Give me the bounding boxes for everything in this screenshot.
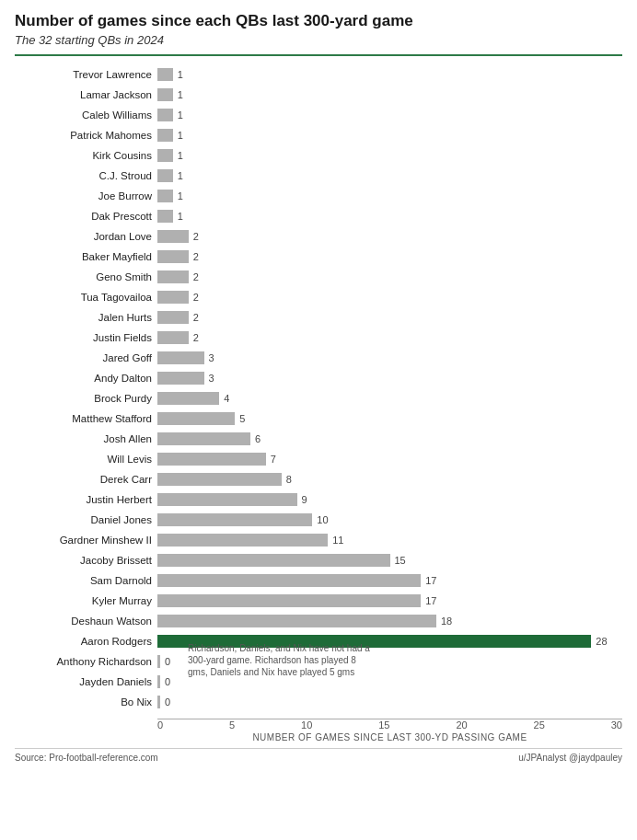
bar-fill <box>157 311 189 324</box>
bar-row: Tua Tagovailoa2 <box>15 288 622 306</box>
bar-label: Jared Goff <box>15 352 157 363</box>
bar-label: Justin Fields <box>15 332 157 343</box>
bar-row: Deshaun Watson18 <box>15 612 622 630</box>
bar-fill <box>157 534 328 547</box>
bar-row: Bo Nix0 <box>15 693 622 711</box>
bar-track: 1 <box>157 68 622 81</box>
bar-value-label: 1 <box>178 211 183 222</box>
bar-value-label: 1 <box>178 69 183 80</box>
bar-row: Gardner Minshew II11 <box>15 531 622 549</box>
bar-track: 2 <box>157 331 622 344</box>
bar-row: Baker Mayfield2 <box>15 247 622 266</box>
bar-track: 2 <box>157 230 622 243</box>
bar-row: Trevor Lawrence1 <box>15 65 622 84</box>
bar-row: Matthew Stafford5 <box>15 409 622 428</box>
bar-fill <box>157 109 173 121</box>
bar-label: Gardner Minshew II <box>15 535 157 546</box>
bar-label: Jacoby Brissett <box>15 555 157 566</box>
bar-value-label: 8 <box>286 474 292 485</box>
bar-fill <box>157 493 297 506</box>
bar-fill <box>157 169 173 182</box>
bar-fill <box>157 554 390 567</box>
bar-track: 2 <box>157 270 622 283</box>
bar-track: 3 <box>157 351 622 364</box>
bar-fill <box>157 88 173 101</box>
bar-row: Dak Prescott1 <box>15 207 622 225</box>
bar-label: Aaron Rodgers <box>15 636 157 647</box>
bar-fill <box>157 68 173 81</box>
bar-value-label: 11 <box>332 535 343 546</box>
bar-fill <box>157 230 189 243</box>
bar-track: 1 <box>157 129 622 142</box>
axis-tick: 10 <box>301 719 312 731</box>
bar-track: 10 <box>157 513 622 526</box>
bar-value-label: 0 <box>165 696 170 708</box>
bar-fill <box>157 615 436 627</box>
bar-fill <box>157 655 160 668</box>
chart-title: Number of games since each QBs last 300-… <box>15 11 622 31</box>
bar-label: Jalen Hurts <box>15 312 157 323</box>
bar-track: 1 <box>157 169 622 182</box>
bar-track: 1 <box>157 190 622 202</box>
bar-track: 2 <box>157 311 622 324</box>
bar-track: 1 <box>157 210 622 223</box>
bar-row: Andy Dalton3 <box>15 369 622 387</box>
axis-tick: 20 <box>456 719 467 731</box>
bar-row: Derek Carr8 <box>15 470 622 489</box>
bar-value-label: 2 <box>193 312 199 323</box>
bar-value-label: 9 <box>302 494 307 505</box>
axis-area: 051015202530 NUMBER OF GAMES SINCE LAST … <box>157 719 622 742</box>
bar-row: Jayden Daniels0 <box>15 673 622 691</box>
bar-row: Geno Smith2 <box>15 268 622 286</box>
bar-value-label: 3 <box>209 352 214 363</box>
bar-track: 18 <box>157 615 622 627</box>
bar-label: Trevor Lawrence <box>15 69 157 80</box>
bar-fill <box>157 250 189 263</box>
bar-row: Caleb Williams1 <box>15 106 622 124</box>
chart-subtitle: The 32 starting QBs in 2024 <box>15 33 622 47</box>
bar-label: Patrick Mahomes <box>15 130 157 141</box>
bar-row: Kyler Murray17 <box>15 592 622 610</box>
bar-label: Joe Burrow <box>15 190 157 201</box>
bar-track: 15 <box>157 554 622 567</box>
bar-fill <box>157 412 235 425</box>
bar-fill <box>157 594 421 607</box>
bar-label: Deshaun Watson <box>15 616 157 627</box>
bar-value-label: 2 <box>193 271 199 282</box>
bar-label: Justin Herbert <box>15 494 157 505</box>
bar-value-label: 1 <box>178 109 183 121</box>
bar-fill <box>157 473 282 486</box>
bar-row: Anthony Richardson0Richardson, Daniels, … <box>15 652 622 671</box>
bar-fill <box>157 453 266 466</box>
bar-row: Lamar Jackson1 <box>15 86 622 104</box>
bar-value-label: 1 <box>178 150 183 161</box>
bar-value-label: 1 <box>178 130 183 141</box>
bar-track: 6 <box>157 432 622 445</box>
bar-fill <box>157 372 204 385</box>
bar-track: 7 <box>157 453 622 466</box>
bar-row: Joe Burrow1 <box>15 187 622 205</box>
bar-value-label: 0 <box>165 676 170 687</box>
bar-label: Caleb Williams <box>15 109 157 121</box>
bar-value-label: 10 <box>317 514 328 525</box>
bar-value-label: 2 <box>193 332 199 343</box>
bar-label: Daniel Jones <box>15 514 157 525</box>
bar-label: Will Levis <box>15 454 157 465</box>
bar-label: Jayden Daniels <box>15 676 157 687</box>
title-divider <box>15 54 622 56</box>
footer-source: Source: Pro-football-reference.com <box>15 753 158 763</box>
bar-value-label: 18 <box>441 616 452 627</box>
bar-row: Josh Allen6 <box>15 430 622 448</box>
axis-ticks: 051015202530 <box>157 719 622 731</box>
bar-value-label: 15 <box>395 555 406 566</box>
bar-track: 11 <box>157 534 622 547</box>
footer: Source: Pro-football-reference.com u/JPA… <box>15 748 622 763</box>
bar-fill <box>157 210 173 223</box>
bar-fill <box>157 149 173 162</box>
bar-row: Jordan Love2 <box>15 227 622 246</box>
bar-track: 17 <box>157 594 622 607</box>
bar-label: Baker Mayfield <box>15 251 157 262</box>
bar-track: 1 <box>157 88 622 101</box>
bar-label: Matthew Stafford <box>15 413 157 424</box>
footer-credit: u/JPAnalyst @jaydpauley <box>518 753 622 763</box>
